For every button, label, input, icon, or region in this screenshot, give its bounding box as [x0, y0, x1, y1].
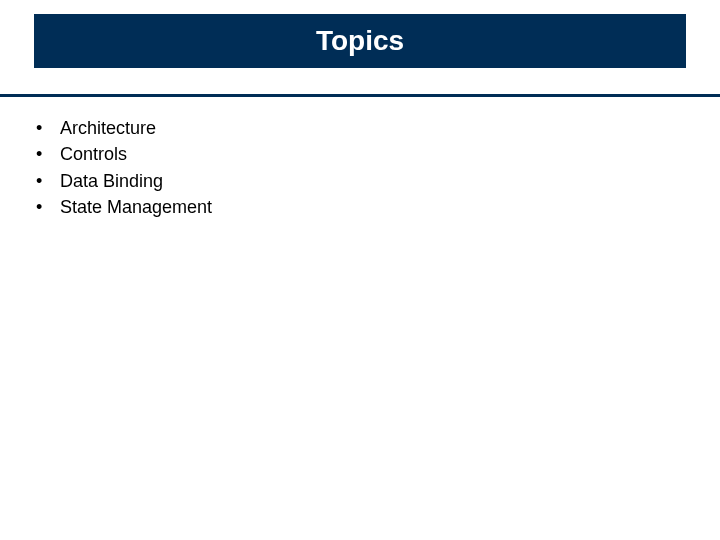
bullet-icon: • [34, 195, 60, 219]
slide-title: Topics [316, 25, 404, 57]
slide: Topics • Architecture • Controls • Data … [0, 0, 720, 540]
title-bar: Topics [34, 14, 686, 68]
list-item: • Architecture [34, 116, 686, 140]
bullet-text: State Management [60, 195, 212, 219]
bullet-text: Architecture [60, 116, 156, 140]
bullet-icon: • [34, 169, 60, 193]
slide-body: • Architecture • Controls • Data Binding… [34, 114, 686, 221]
bullet-text: Data Binding [60, 169, 163, 193]
list-item: • Data Binding [34, 169, 686, 193]
list-item: • State Management [34, 195, 686, 219]
list-item: • Controls [34, 142, 686, 166]
horizontal-divider [0, 94, 720, 97]
bullet-icon: • [34, 116, 60, 140]
bullet-text: Controls [60, 142, 127, 166]
bullet-icon: • [34, 142, 60, 166]
